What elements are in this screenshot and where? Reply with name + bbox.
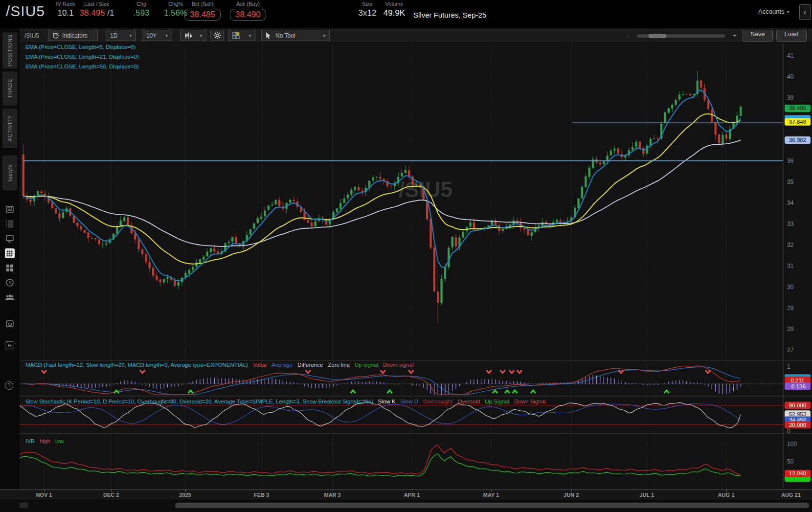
svg-text:34: 34 xyxy=(787,200,794,206)
trading-platform: /SIU5 IV Rank10.1Last / Size38.495 /1Chg… xyxy=(0,0,812,512)
stat-label: Volume xyxy=(381,1,408,7)
watchlist-icon[interactable] xyxy=(5,219,15,229)
chart-settings-button[interactable] xyxy=(210,30,224,41)
svg-text:52.953: 52.953 xyxy=(789,411,806,417)
stat-label: Last / Size xyxy=(76,1,118,7)
time-label: DEC 2 xyxy=(103,492,119,498)
instrument-description: Silver Futures, Sep-25 xyxy=(413,11,486,19)
chart-panel[interactable]: /SIU541403938373635343332313029282710100… xyxy=(20,43,812,489)
drawing-tool-dropdown[interactable]: No Tool ▾ xyxy=(261,30,330,41)
load-button[interactable]: Load xyxy=(776,30,807,42)
calendar-replay-icon[interactable] xyxy=(5,319,15,329)
stat-ask-buy-[interactable]: Ask (Buy)38.490 xyxy=(229,1,267,21)
left-sidebar: POSITIONS TRADE ACTIVITY tastyfx FI xyxy=(0,28,20,512)
time-tick xyxy=(44,490,45,491)
time-label: AUG 1 xyxy=(718,492,735,498)
macd-study-label: MACD (Fast length=12, Slow length=26, MA… xyxy=(25,362,419,368)
legend-item: Overbought xyxy=(423,399,452,404)
legend-item: Up Signal xyxy=(485,399,509,404)
chart-type-dropdown[interactable]: ▾ xyxy=(180,30,206,41)
sidebar-tab-positions[interactable]: POSITIONS xyxy=(2,32,17,68)
time-tick xyxy=(333,490,333,491)
zoom-slider[interactable] xyxy=(637,34,725,38)
svg-text:0.211: 0.211 xyxy=(791,378,805,383)
legend-item: low xyxy=(55,438,64,444)
svg-text:50: 50 xyxy=(787,458,794,465)
candlestick-icon xyxy=(184,32,192,39)
scrollbar-corner xyxy=(20,503,28,508)
layout-grid-icon xyxy=(232,32,240,39)
community-icon[interactable] xyxy=(5,292,15,302)
stat-value: 38.485 xyxy=(184,8,221,21)
collapse-panel-button[interactable]: ‹ xyxy=(799,4,811,20)
layout-dropdown[interactable]: ▾ xyxy=(228,30,255,41)
timeframe-dropdown[interactable]: 1D▾ xyxy=(106,30,136,41)
study-title[interactable]: MACD (Fast length=12, Slow length=26, MA… xyxy=(25,362,248,368)
zoom-slider-handle[interactable] xyxy=(649,34,666,38)
svg-text:1: 1 xyxy=(787,363,790,370)
price-chart-canvas[interactable]: /SIU541403938373635343332313029282710100… xyxy=(20,43,812,489)
svg-text:27: 27 xyxy=(787,347,794,354)
svg-text:0: 0 xyxy=(787,428,790,435)
stat-value: 38.495 /1 xyxy=(76,8,118,18)
svg-text:36: 36 xyxy=(787,157,794,164)
chevron-down-icon: ▾ xyxy=(196,33,202,38)
legend-item: Oversold xyxy=(457,399,480,404)
legend-item: Average xyxy=(271,362,293,368)
news-icon[interactable] xyxy=(5,204,15,214)
svg-text:12.040: 12.040 xyxy=(789,470,806,476)
symbol-title: /SIU5 xyxy=(6,3,45,20)
zoom-out-button[interactable]: - xyxy=(626,32,628,39)
cursor-icon xyxy=(266,32,271,39)
time-label: MAR 3 xyxy=(324,492,340,498)
time-label: FEB 3 xyxy=(254,492,269,498)
sidebar-tab-tastyfx[interactable]: tastyfx xyxy=(2,156,17,190)
stat-label: Bid (Sell) xyxy=(184,1,221,7)
svg-text:20.000: 20.000 xyxy=(789,422,806,428)
toolbar-symbol-label: /SIU5 xyxy=(24,32,39,39)
svg-text:-0.136: -0.136 xyxy=(789,383,806,389)
legend-item: Value xyxy=(253,362,267,368)
study-title[interactable]: IVR xyxy=(25,438,35,444)
time-tick xyxy=(185,490,186,491)
time-tick xyxy=(726,490,727,491)
ema-study-labels: EMA (Price=CLOSE, Length=5, Displace=0)E… xyxy=(25,44,139,73)
svg-text:40: 40 xyxy=(787,73,794,80)
stat-bid-sell-[interactable]: Bid (Sell)38.485 xyxy=(184,1,221,21)
ema-label[interactable]: EMA (Price=CLOSE, Length=21, Displace=0) xyxy=(25,54,139,60)
stochastic-study-label: Slow Stochastic (K Period=10, D Period=1… xyxy=(25,399,551,404)
stat-label: Chg xyxy=(129,1,154,7)
range-dropdown[interactable]: 10Y▾ xyxy=(142,30,172,41)
chevron-down-icon: ▾ xyxy=(787,9,789,15)
tiles-icon[interactable] xyxy=(5,263,15,273)
svg-text:35: 35 xyxy=(787,178,794,185)
clock-icon[interactable] xyxy=(5,278,15,288)
time-label: JUL 1 xyxy=(639,492,654,498)
monitor-icon[interactable] xyxy=(5,234,15,244)
time-tick xyxy=(412,490,412,491)
chevron-down-icon: ▾ xyxy=(245,33,251,38)
time-label: JUN 2 xyxy=(564,492,579,498)
svg-text:29: 29 xyxy=(787,305,794,312)
help-icon[interactable]: ? xyxy=(5,381,15,391)
scrollbar-thumb[interactable] xyxy=(175,503,809,508)
svg-text:38.495: 38.495 xyxy=(789,105,806,111)
ema-label[interactable]: EMA (Price=CLOSE, Length=5, Displace=0) xyxy=(25,44,139,50)
indicators-button[interactable]: Indicators xyxy=(48,30,98,41)
sidebar-tab-activity[interactable]: ACTIVITY xyxy=(2,109,17,148)
save-button[interactable]: Save xyxy=(743,30,773,42)
indicators-flask-icon xyxy=(52,32,59,39)
time-label: 2025 xyxy=(179,492,191,498)
stat-value: 49.9K xyxy=(381,8,408,18)
sidebar-tab-trade[interactable]: TRADE xyxy=(2,71,17,106)
fi-icon[interactable]: FI xyxy=(5,341,15,351)
ema-label[interactable]: EMA (Price=CLOSE, Length=50, Displace=0) xyxy=(25,64,139,69)
accounts-dropdown[interactable]: Accounts▾ xyxy=(758,8,789,15)
study-title[interactable]: Slow Stochastic (K Period=10, D Period=1… xyxy=(25,399,373,404)
chart-grid-icon[interactable] xyxy=(5,248,15,258)
legend-item: Up signal xyxy=(355,362,378,368)
zoom-in-button[interactable]: + xyxy=(733,32,737,39)
horizontal-scrollbar[interactable] xyxy=(0,500,812,512)
svg-text:41: 41 xyxy=(787,52,794,59)
chevron-down-icon: ▾ xyxy=(125,33,132,38)
